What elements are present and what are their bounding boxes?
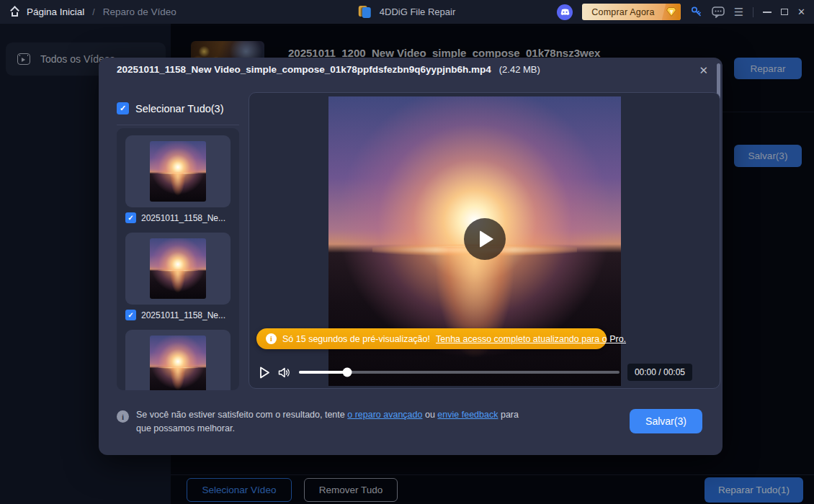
- play-button[interactable]: [259, 366, 270, 379]
- list-item[interactable]: ✓: [125, 330, 231, 390]
- video-thumbnail: [150, 336, 206, 390]
- close-window-button[interactable]: ✕: [797, 7, 805, 17]
- app-title: 4DDiG File Repair: [380, 6, 455, 17]
- discord-icon[interactable]: [557, 4, 573, 20]
- item-checkbox[interactable]: ✓: [125, 212, 136, 223]
- video-thumbnail-card[interactable]: [125, 135, 231, 207]
- progress-handle[interactable]: [342, 368, 352, 377]
- play-icon: [480, 230, 493, 248]
- banner-text: Só 15 segundos de pré-visualização!: [282, 334, 430, 344]
- preview-dialog: 20251011_1158_New Video_simple_compose_0…: [99, 58, 723, 455]
- item-name: 20251011_1158_Ne...: [141, 213, 225, 223]
- breadcrumb-home[interactable]: Página Inicial: [27, 6, 84, 17]
- select-all-checkbox-row[interactable]: ✓ Selecionar Tudo(3): [117, 102, 224, 114]
- note-text-or: ou: [425, 410, 435, 420]
- maximize-button[interactable]: [781, 9, 788, 15]
- dialog-title: 20251011_1158_New Video_simple_compose_0…: [117, 64, 491, 75]
- video-thumbnail: [150, 141, 206, 202]
- menu-hamburger-icon[interactable]: ☰: [734, 6, 743, 17]
- note-text-start: Se você não estiver satisfeito com o res…: [136, 410, 345, 420]
- select-all-checkbox[interactable]: ✓: [117, 102, 129, 114]
- video-list-panel: ✓ 20251011_1158_Ne... ✓ 20251011_1158_Ne…: [117, 128, 239, 390]
- app-window: Página Inicial / Reparo de Vídeo 4DDiG F…: [0, 0, 814, 504]
- titlebar-divider: [753, 7, 753, 17]
- big-play-button[interactable]: [464, 218, 506, 260]
- feedback-chat-icon[interactable]: [712, 6, 725, 18]
- item-name: 20251011_1158_Ne...: [141, 310, 225, 320]
- dialog-note: i Se você não estiver satisfeito com o r…: [117, 408, 520, 436]
- progress-fill: [299, 371, 347, 374]
- item-checkbox[interactable]: ✓: [125, 310, 136, 320]
- pro-upgrade-banner: i Só 15 segundos de pré-visualização! Te…: [256, 328, 607, 349]
- left-panel-divider: [117, 125, 239, 125]
- breadcrumb-separator: /: [92, 7, 94, 17]
- select-all-label: Selecionar Tudo(3): [135, 103, 224, 114]
- player-controls: 00:00 / 00:05: [259, 361, 692, 383]
- video-thumbnail-card[interactable]: [125, 233, 231, 305]
- buy-now-button[interactable]: Comprar Agora: [582, 4, 680, 20]
- note-text: Se você não estiver satisfeito com o res…: [136, 408, 520, 436]
- list-item[interactable]: ✓ 20251011_1158_Ne...: [125, 135, 231, 223]
- buy-now-label: Comprar Agora: [582, 7, 661, 17]
- send-feedback-link[interactable]: envie feedback: [437, 410, 498, 420]
- app-brand: 4DDiG File Repair: [359, 0, 455, 24]
- titlebar: Página Inicial / Reparo de Vídeo 4DDiG F…: [0, 0, 814, 24]
- list-item[interactable]: ✓ 20251011_1158_Ne...: [125, 233, 231, 320]
- upgrade-pro-link[interactable]: Tenha acesso completo atualizando para o…: [436, 334, 626, 344]
- time-display: 00:00 / 00:05: [627, 364, 692, 381]
- vip-gem-icon: [662, 4, 681, 20]
- save-button-dialog[interactable]: Salvar(3): [630, 409, 702, 433]
- dialog-close-icon[interactable]: ✕: [696, 63, 711, 78]
- minimize-button[interactable]: [763, 12, 771, 13]
- info-icon: i: [117, 410, 129, 423]
- video-preview-pane: i Só 15 segundos de pré-visualização! Te…: [249, 92, 720, 389]
- advanced-repair-link[interactable]: o reparo avançado: [347, 410, 422, 420]
- license-key-icon[interactable]: [690, 6, 702, 18]
- dialog-header: 20251011_1158_New Video_simple_compose_0…: [117, 64, 691, 75]
- video-thumbnail: [150, 238, 206, 299]
- info-icon: i: [266, 333, 277, 344]
- video-thumbnail-card[interactable]: [125, 330, 231, 390]
- breadcrumb-current: Reparo de Vídeo: [103, 6, 176, 17]
- dialog-file-size: (2.42 MB): [499, 64, 540, 75]
- seek-bar[interactable]: [299, 371, 620, 374]
- app-logo-icon: [359, 5, 373, 19]
- volume-icon[interactable]: [278, 367, 291, 378]
- home-icon[interactable]: [10, 7, 21, 17]
